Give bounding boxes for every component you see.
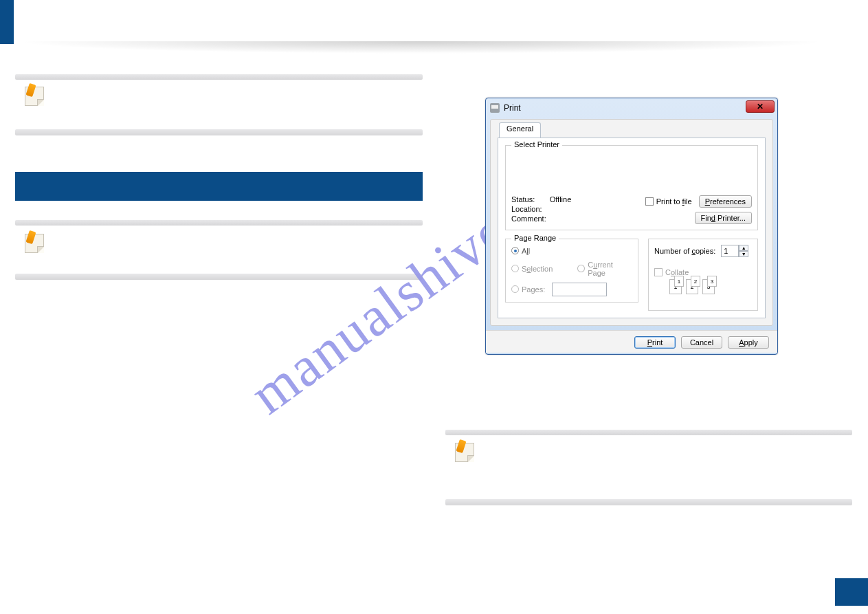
comment-label: Comment:	[511, 215, 608, 223]
radio-icon	[511, 247, 519, 254]
status-label: Status:	[511, 195, 535, 204]
group-label: Select Printer	[511, 140, 562, 149]
radio-pages: Pages:	[511, 285, 545, 294]
print-to-file-label: Print to file	[656, 197, 692, 206]
note-icon	[25, 87, 44, 106]
note-icon	[455, 443, 474, 462]
copies-spinner[interactable]: ▲ ▼	[721, 245, 748, 257]
page-icon: 11	[669, 279, 682, 294]
tab-panel-general: Select Printer Status: Offline Location:…	[498, 138, 766, 318]
spinner-up-button[interactable]: ▲	[739, 245, 748, 251]
collate-preview: 11 22 33	[669, 279, 752, 294]
note-icon	[25, 234, 44, 253]
dialog-title: Print	[504, 103, 521, 113]
page-icon: 22	[686, 279, 698, 294]
section-divider	[15, 74, 423, 80]
checkbox-icon	[645, 197, 654, 206]
tab-strip: General	[498, 122, 766, 138]
radio-icon	[577, 265, 585, 272]
tab-general[interactable]: General	[499, 122, 541, 138]
header-divider	[15, 41, 827, 54]
dialog-body: General Select Printer Status: Offline L…	[490, 119, 773, 326]
printer-status-row: Status: Offline Location: Comment: Print…	[511, 195, 752, 224]
checkbox-icon	[654, 268, 663, 276]
page-and-copies-row: Page Range All Selection Current Page	[505, 239, 758, 311]
pages-input[interactable]	[552, 283, 607, 296]
radio-all[interactable]: All	[511, 247, 530, 255]
section-divider	[15, 220, 423, 226]
print-to-file-checkbox[interactable]: Print to file	[645, 197, 692, 206]
print-button[interactable]: Print	[634, 336, 676, 349]
section-divider	[445, 499, 852, 505]
preferences-button[interactable]: Preferences	[699, 195, 752, 208]
section-divider	[15, 129, 423, 135]
find-printer-button[interactable]: Find Printer...	[695, 212, 752, 224]
cancel-button[interactable]: Cancel	[681, 336, 722, 349]
radio-current-page: Current Page	[577, 261, 632, 277]
section-divider	[445, 430, 852, 435]
dialog-titlebar[interactable]: Print ✕	[486, 98, 777, 118]
spinner-down-button[interactable]: ▼	[739, 251, 748, 257]
close-button[interactable]: ✕	[746, 100, 775, 113]
printer-list[interactable]	[511, 151, 752, 194]
apply-button[interactable]: Apply	[728, 336, 769, 349]
radio-icon	[511, 285, 519, 293]
page-icon: 33	[702, 279, 715, 294]
printer-icon	[490, 103, 500, 113]
location-label: Location:	[511, 205, 608, 213]
status-value: Offline	[550, 195, 572, 204]
copies-input[interactable]	[721, 245, 739, 257]
group-label: Page Range	[511, 234, 559, 242]
dialog-action-bar: Print Cancel Apply	[486, 330, 777, 353]
page-accent-bar	[0, 0, 14, 44]
print-dialog: Print ✕ General Select Printer Status: O…	[485, 98, 778, 355]
preferences-label: references	[710, 197, 746, 206]
radio-selection: Selection	[511, 261, 553, 277]
copies-label: Number of copies:	[654, 247, 715, 255]
group-copies: Number of copies: ▲ ▼ Collate	[648, 239, 758, 311]
section-divider	[15, 274, 423, 280]
section-heading-bar	[15, 172, 423, 201]
group-page-range: Page Range All Selection Current Page	[505, 239, 638, 303]
close-icon: ✕	[757, 102, 764, 111]
radio-icon	[511, 265, 519, 272]
group-select-printer: Select Printer Status: Offline Location:…	[505, 145, 758, 230]
page-number-block	[835, 578, 868, 606]
